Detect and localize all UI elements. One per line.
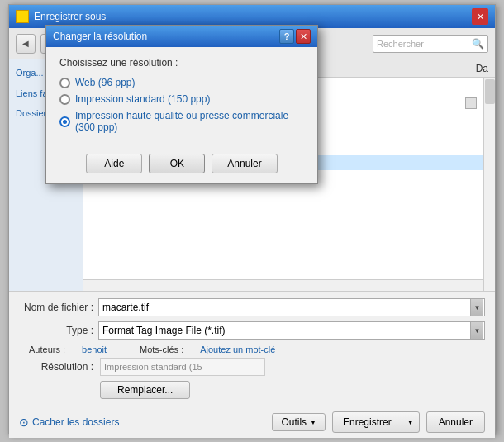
radio-label-high: Impression haute qualité ou presse comme… [75, 110, 304, 133]
overlay-close-btn[interactable]: ✕ [296, 29, 311, 44]
save-button[interactable]: Enregistrer ▼ [332, 411, 420, 433]
filename-select-wrap: ▼ [98, 298, 485, 316]
overlay-titlebar: Changer la résolution ? ✕ [46, 26, 317, 47]
overlay-dialog: Changer la résolution ? ✕ Choisissez une… [45, 25, 318, 184]
vertical-scrollbar[interactable] [483, 78, 495, 291]
action-bar: ⊙ Cacher les dossiers Outils ▼ Enregistr… [9, 406, 495, 438]
overlay-titlebar-buttons: ? ✕ [279, 29, 311, 44]
cancel-action-label: Annuler [439, 416, 473, 428]
radio-circle-standard [59, 94, 70, 105]
hide-folders-label: Cacher les dossiers [32, 416, 119, 428]
motscles-value[interactable]: Ajoutez un mot-clé [200, 345, 275, 354]
radio-dot-high [63, 120, 67, 124]
main-dialog-close-btn[interactable]: ✕ [472, 8, 488, 25]
ok-button[interactable]: OK [149, 154, 205, 173]
resolution-label: Résolution : [19, 361, 93, 373]
main-dialog-title: Enregistrer sous [34, 11, 106, 22]
type-label: Type : [19, 325, 93, 336]
overlay-prompt: Choisissez une résolution : [59, 57, 304, 69]
dialog-icon [16, 10, 29, 23]
tools-button[interactable]: Outils ▼ [272, 413, 326, 431]
type-input[interactable] [98, 321, 485, 340]
remplacer-area: Remplacer... [19, 381, 485, 399]
overlay-title: Changer la résolution [53, 31, 147, 42]
main-dialog-title-area: Enregistrer sous [16, 10, 106, 23]
cancel-action-button[interactable]: Annuler [426, 411, 485, 433]
filename-row: Nom de fichier : ▼ [19, 298, 485, 316]
save-button-label: Enregistrer [333, 412, 402, 432]
annuler-button[interactable]: Annuler [212, 154, 277, 173]
radio-circle-web [59, 78, 70, 88]
filename-input[interactable] [98, 298, 485, 316]
tools-label: Outils [281, 416, 307, 428]
scrollbar-thumb [485, 79, 495, 104]
remplacer-button[interactable]: Remplacer... [100, 381, 190, 399]
radio-label-standard: Impression standard (150 ppp) [75, 93, 210, 105]
horizontal-scrollbar[interactable] [83, 279, 483, 291]
type-row: Type : ▼ [19, 321, 485, 340]
filename-dropdown-arrow[interactable]: ▼ [470, 299, 483, 316]
type-select-wrap: ▼ [98, 321, 485, 340]
bottom-form: Nom de fichier : ▼ Type : ▼ Auteurs : be… [9, 291, 495, 406]
radio-item-high[interactable]: Impression haute qualité ou presse comme… [59, 110, 304, 133]
resolution-row: Résolution : [19, 358, 485, 376]
save-dropdown-arrow[interactable]: ▼ [402, 412, 419, 432]
hide-folders-button[interactable]: ⊙ Cacher les dossiers [19, 416, 119, 429]
radio-group: Web (96 ppp) Impression standard (150 pp… [59, 77, 304, 133]
auteurs-value[interactable]: benoit [82, 345, 107, 354]
radio-label-web: Web (96 ppp) [75, 77, 136, 88]
search-box[interactable]: Rechercher 🔍 [373, 35, 488, 53]
checkbox[interactable] [465, 97, 477, 109]
tools-arrow-icon: ▼ [310, 419, 316, 426]
overlay-content: Choisissez une résolution : Web (96 ppp)… [46, 47, 317, 183]
back-button[interactable]: ◀ [16, 34, 36, 54]
help-button[interactable]: Aide [86, 154, 142, 173]
radio-item-standard[interactable]: Impression standard (150 ppp) [59, 93, 304, 105]
auteurs-label: Auteurs : [29, 345, 65, 354]
meta-row: Auteurs : benoit Mots-clés : Ajoutez un … [19, 345, 485, 354]
motscles-label: Mots-clés : [140, 345, 183, 354]
hide-folders-icon: ⊙ [19, 416, 29, 429]
radio-circle-high [59, 116, 70, 127]
resolution-input[interactable] [100, 358, 265, 376]
type-dropdown-arrow[interactable]: ▼ [470, 322, 483, 339]
radio-item-web[interactable]: Web (96 ppp) [59, 77, 304, 88]
filename-label: Nom de fichier : [19, 302, 93, 313]
overlay-help-btn[interactable]: ? [279, 29, 294, 44]
search-placeholder: Rechercher [377, 39, 472, 49]
search-icon: 🔍 [472, 38, 484, 50]
overlay-buttons: Aide OK Annuler [59, 145, 304, 173]
